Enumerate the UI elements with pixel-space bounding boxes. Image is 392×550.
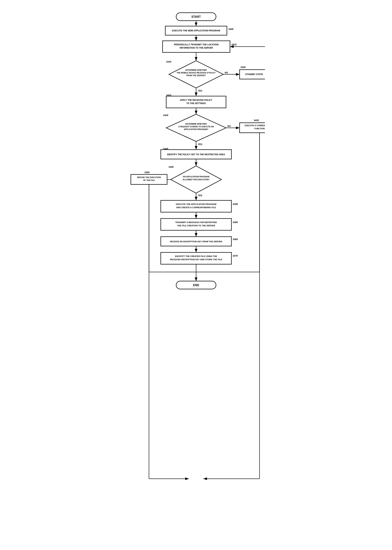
s415-label: S415	[166, 61, 171, 63]
s405-label: S405	[228, 28, 233, 30]
s445-yes-label: YES	[198, 194, 202, 197]
flowchart: START EXECUTE THE MDM APPLICATION PROGRA…	[127, 4, 265, 540]
s435-label: S435	[254, 119, 259, 122]
s430-text3: APPLICATION PROGRAM?	[184, 128, 208, 130]
s430-yes-label: YES	[198, 143, 202, 146]
s435-text2: FUNCTION	[254, 128, 265, 130]
s405-text: EXECUTE THE MDM APPLICATION PROGRAM	[172, 29, 220, 32]
s460-label: S460	[233, 221, 238, 224]
s450-label: S450	[144, 171, 149, 174]
s410-label: S410	[231, 43, 237, 46]
s415-yes-label: YES	[198, 90, 202, 92]
s430-text1: DETERMINE WHETHER	[185, 123, 207, 125]
s445-text2: ALLOWED FOR EXECUTION?	[182, 179, 210, 181]
s460-text1: TRANSMIT A MESSAGE FOR REPORTING	[175, 221, 217, 223]
s430-text2: A REQUEST IS MADE TO EXECUTE AN	[178, 126, 214, 128]
svg-marker-16	[166, 114, 226, 142]
start-label: START	[191, 15, 201, 18]
s455-text2: AND CREATE A CORRESPONDING FILE	[176, 206, 216, 208]
s450-text1: REFUSE THE EXECUTION	[137, 176, 161, 179]
s435-text1: EXECUTE A CORRESPONDING	[245, 124, 265, 127]
s465-label: S465	[233, 238, 238, 241]
s465-text: RECEIVE AN ENCRYPTION KEY FROM THE SERVE…	[170, 240, 222, 243]
s415-no-label: NO	[225, 71, 228, 74]
s445-text1: AN APPLICATION PROGRAM	[183, 176, 209, 178]
s425-text1: APPLY THE RECEIVED POLICY	[180, 99, 212, 101]
s470-text1: ENCRYPT THE CREATED FILE USING THE	[175, 255, 217, 257]
s420-label: S420	[240, 66, 245, 69]
s410-text1: PERIODICALLY TRANSMIT THE LOCATION	[174, 43, 218, 46]
end-label: END	[193, 284, 199, 287]
s470-text2: RECEIVED ENCRYPTION KEY AND STORE THE FI…	[170, 258, 222, 261]
s455-label: S455	[233, 203, 238, 206]
s415-text2: THE MOBILE DEVICE RECEIVES A POLICY	[176, 72, 216, 74]
s420-text: STANDBY STATE	[245, 73, 263, 76]
s470-label: S470	[233, 255, 238, 257]
s445-label: S445	[168, 166, 174, 168]
s440-text: IDENTIFY THE POLICY SET TO THE RESTRICTE…	[167, 153, 225, 156]
s430-no-label: NO	[227, 125, 231, 128]
s415-text1: DETERMINE WHETHER	[185, 69, 207, 71]
s450-text2: OF THE FILE	[143, 179, 154, 181]
s430-label: S430	[163, 114, 168, 117]
s425-text2: TO THE SETTINGS	[186, 102, 206, 105]
s460-text2: THE FILE CREATION TO THE SERVER	[177, 224, 215, 227]
s410-text2: INFORMATION TO THE SERVER	[180, 47, 213, 49]
s415-text3: FROM THE SERVER?	[186, 74, 206, 77]
flowchart-svg: START EXECUTE THE MDM APPLICATION PROGRA…	[127, 7, 265, 533]
s455-text1: EXECUTE THE APPLICATION PROGRAM	[176, 203, 216, 205]
